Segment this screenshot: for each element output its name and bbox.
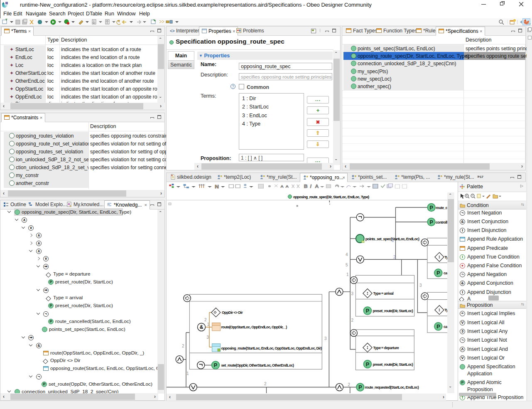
svg-text:set_route(OppDir, OtherStartLo: set_route(OppDir, OtherStartLoc, OtherEn… [221, 363, 294, 367]
svg-text:2: 2 [351, 318, 354, 323]
svg-text:opposing_route(StartLoc, EndLo: opposing_route(StartLoc, EndLoc, OppStar… [221, 346, 322, 350]
svg-text:1: 1 [186, 371, 189, 376]
svg-text:2: 2 [264, 382, 267, 386]
svg-text:N: N [215, 184, 219, 190]
svg-text:Type = arrival: Type = arrival [373, 291, 394, 296]
svg-text:opposing_route_spec(Dir, Start: opposing_route_spec(Dir, StartLoc, EndLo… [293, 195, 369, 199]
svg-text:P: P [429, 205, 433, 211]
svg-text:4: 4 [346, 252, 348, 257]
svg-text:2: 2 [348, 382, 351, 387]
svg-text:route_requested(StartLoc, EndL: route_requested(StartLoc, EndLoc) [365, 385, 419, 389]
svg-text:OppDir <> Dir: OppDir <> Dir [222, 310, 243, 315]
svg-text:preset_route(Dir, StartLoc): preset_route(Dir, StartLoc) [373, 362, 413, 367]
svg-text:route(OppStartLoc, OppEndLoc,: route(OppStartLoc, OppEndLoc, OppDir, _) [221, 325, 287, 329]
svg-text:3: 3 [419, 283, 422, 288]
svg-text:3: 3 [324, 336, 327, 341]
svg-text:P: P [366, 308, 369, 314]
svg-text:route_ca: route_ca [436, 206, 447, 210]
svg-text:1: 1 [207, 322, 210, 327]
svg-text:A: A [315, 184, 319, 189]
svg-text:P: P [436, 324, 440, 330]
svg-text:P: P [358, 384, 362, 390]
svg-text:ca: ca [444, 271, 447, 275]
svg-text:A: A [281, 185, 284, 188]
svg-text:P: P [436, 270, 440, 276]
svg-text:P: P [214, 362, 217, 368]
svg-text:Ty: Ty [444, 255, 447, 259]
svg-text:B: B [304, 184, 308, 189]
svg-text:3: 3 [351, 291, 354, 296]
svg-text:preset_route(Dir, StartLoc): preset_route(Dir, StartLoc) [373, 309, 413, 313]
svg-text:P: P [429, 219, 433, 225]
svg-text:Type = departure: Type = departure [373, 346, 399, 350]
svg-text:2: 2 [393, 255, 396, 259]
svg-text:controlle: controlle [436, 220, 447, 224]
svg-text:P: P [366, 362, 369, 367]
svg-text:I: I [310, 184, 311, 189]
svg-text:2: 2 [204, 318, 207, 322]
svg-text:A: A [286, 185, 289, 188]
svg-text:Ty: Ty [444, 308, 447, 312]
svg-text:2: 2 [182, 344, 184, 348]
svg-text:&: & [200, 324, 203, 330]
svg-text:5: 5 [346, 263, 348, 267]
svg-text:1: 1 [392, 238, 394, 243]
svg-text:3: 3 [207, 335, 209, 340]
svg-text:1: 1 [346, 272, 349, 277]
svg-text:ca: ca [444, 325, 447, 329]
